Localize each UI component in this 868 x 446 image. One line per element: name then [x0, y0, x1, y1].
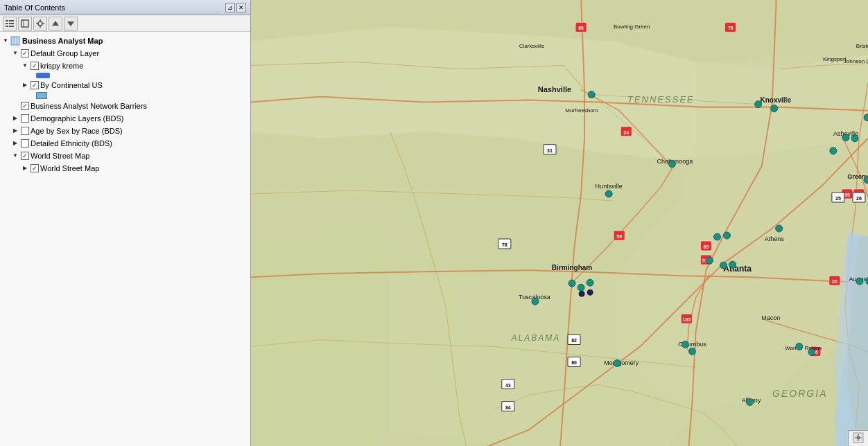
- kk-point: [724, 232, 731, 239]
- options-button[interactable]: [33, 17, 47, 30]
- svg-text:85: 85: [704, 244, 709, 249]
- map-svg: 75 65 24 59 20 85 85: [251, 0, 868, 446]
- move-up-button[interactable]: [49, 17, 62, 30]
- knoxville-city-label: Knoxville: [760, 96, 791, 104]
- map-container[interactable]: 75 65 24 59 20 85 85: [251, 0, 868, 446]
- toc-item-detailed-ethnicity[interactable]: Detailed Ethnicity (BDS): [0, 137, 250, 150]
- murfreesboro-city-label: Murfreesboro: [565, 107, 598, 114]
- kk-point: [714, 233, 721, 240]
- toc-item-ba-network-barriers[interactable]: Business Analyst Network Barriers: [0, 100, 250, 112]
- nashville-city-label: Nashville: [538, 85, 571, 93]
- expand-detailed-ethnicity[interactable]: [11, 139, 19, 148]
- toc-item-krispy-kreme[interactable]: krispy kreme: [0, 60, 250, 72]
- toc-item-world-street-map-sub[interactable]: World Street Map: [0, 162, 250, 175]
- expand-by-continental[interactable]: [21, 81, 29, 89]
- toc-item-krispy-kreme-legend: [0, 72, 250, 79]
- expand-business-analyst-map[interactable]: [1, 37, 10, 45]
- toc-controls: ⊿ ✕: [225, 3, 246, 12]
- toc-item-age-by-sex[interactable]: Age by Sex by Race (BDS): [0, 125, 250, 137]
- svg-text:185: 185: [683, 317, 691, 322]
- checkbox-demographic-layers[interactable]: [21, 114, 29, 123]
- toc-item-continental-legend: [0, 91, 250, 100]
- toc-content: Business Analyst Map Default Group Layer…: [0, 32, 250, 446]
- list-view-button[interactable]: [3, 17, 17, 30]
- toc-item-world-street-map-group[interactable]: World Street Map: [0, 150, 250, 162]
- clarksville-city-label: Clarksville: [519, 43, 545, 49]
- kk-point: [579, 291, 584, 296]
- map-document-icon: [10, 36, 21, 46]
- kk-point: [729, 261, 736, 268]
- kk-point: [864, 177, 868, 184]
- close-button[interactable]: ✕: [236, 3, 246, 12]
- navigation-icon: [853, 432, 864, 443]
- expand-krispy-kreme[interactable]: [21, 62, 29, 70]
- move-down-button[interactable]: [64, 17, 78, 30]
- svg-text:26: 26: [856, 196, 862, 201]
- expand-default-group[interactable]: [11, 49, 19, 57]
- expand-world-street-map-sub[interactable]: [21, 164, 29, 172]
- checkbox-detailed-ethnicity[interactable]: [21, 139, 29, 148]
- detailed-ethnicity-label: Detailed Ethnicity (BDS): [31, 138, 112, 149]
- svg-rect-4: [6, 26, 8, 27]
- checkbox-krispy-kreme[interactable]: [31, 62, 39, 70]
- kk-point: [568, 280, 575, 287]
- georgia-label: GEORGIA: [772, 388, 827, 399]
- svg-text:25: 25: [835, 196, 841, 201]
- expand-demographic-layers[interactable]: [11, 114, 19, 123]
- krispy-kreme-legend-symbol: [36, 73, 50, 78]
- continental-legend-symbol: [36, 92, 47, 99]
- checkbox-world-street-map-sub[interactable]: [31, 164, 39, 172]
- world-street-map-sub-label: World Street Map: [40, 163, 99, 174]
- kingsport-city-label: Kingsport: [823, 56, 847, 62]
- checkbox-age-by-sex[interactable]: [21, 127, 29, 135]
- bristol-city-label: Bristol: [856, 43, 868, 49]
- status-bar: [848, 430, 868, 446]
- kk-point: [532, 298, 539, 305]
- business-analyst-map-label: Business Analyst Map: [22, 35, 103, 46]
- default-group-label: Default Group Layer: [31, 48, 99, 59]
- svg-text:75: 75: [728, 26, 734, 30]
- svg-text:78: 78: [502, 242, 507, 247]
- kk-point: [706, 257, 713, 264]
- kk-point: [776, 225, 783, 232]
- birmingham-city-label: Birmingham: [552, 264, 593, 271]
- svg-rect-1: [9, 20, 14, 21]
- toc-toolbar: [0, 15, 250, 32]
- pin-button[interactable]: ⊿: [225, 3, 235, 12]
- source-view-button[interactable]: [18, 17, 32, 30]
- kk-point: [614, 359, 620, 366]
- svg-marker-13: [52, 21, 59, 26]
- svg-rect-6: [21, 20, 28, 27]
- toc-item-business-analyst-map[interactable]: Business Analyst Map: [0, 35, 250, 47]
- kk-point: [796, 343, 803, 350]
- huntsville-city-label: Huntsville: [596, 183, 623, 190]
- svg-point-8: [38, 21, 42, 26]
- kk-point: [682, 341, 688, 348]
- svg-text:95: 95: [844, 193, 850, 197]
- toc-item-default-group[interactable]: Default Group Layer: [0, 47, 250, 60]
- kk-point: [688, 348, 695, 355]
- expand-world-street-map[interactable]: [11, 152, 19, 160]
- toc-header: Table Of Contents ⊿ ✕: [0, 0, 250, 15]
- checkbox-by-continental[interactable]: [31, 81, 39, 89]
- svg-rect-2: [6, 23, 8, 24]
- kk-point: [851, 135, 858, 142]
- expand-empty-1: [11, 102, 19, 110]
- checkbox-world-street-map-group[interactable]: [21, 152, 29, 160]
- expand-age-by-sex[interactable]: [11, 127, 19, 135]
- alabama-label: ALABAMA: [511, 333, 561, 343]
- checkbox-default-group[interactable]: [21, 49, 29, 57]
- kk-point: [864, 114, 868, 121]
- ba-network-barriers-label: Business Analyst Network Barriers: [31, 100, 147, 112]
- johnson-city-label: Johnson City: [844, 58, 868, 64]
- kk-point: [605, 190, 612, 197]
- svg-text:84: 84: [505, 405, 511, 410]
- svg-text:43: 43: [505, 383, 511, 388]
- kk-point: [830, 148, 837, 154]
- checkbox-ba-network-barriers[interactable]: [21, 102, 29, 110]
- svg-text:31: 31: [547, 148, 553, 153]
- toc-item-demographic-layers[interactable]: Demographic Layers (BDS): [0, 112, 250, 125]
- svg-rect-3: [9, 23, 14, 24]
- toc-item-by-continental[interactable]: By Continental US: [0, 79, 250, 91]
- kk-point: [842, 134, 849, 141]
